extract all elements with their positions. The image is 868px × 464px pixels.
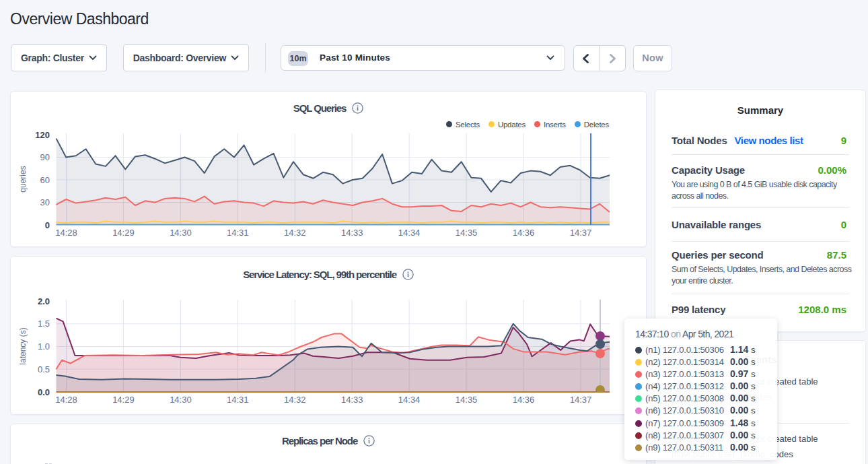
svg-text:14:35: 14:35: [456, 395, 478, 405]
svg-text:14:29: 14:29: [112, 395, 135, 405]
svg-text:14:29: 14:29: [112, 228, 135, 238]
svg-text:0.5: 0.5: [38, 364, 50, 374]
svg-text:14:30: 14:30: [170, 395, 192, 405]
svg-text:14:31: 14:31: [227, 395, 249, 405]
svg-text:120: 120: [35, 130, 50, 140]
svg-text:14:37: 14:37: [570, 395, 592, 405]
svg-text:14:32: 14:32: [284, 228, 306, 238]
svg-text:1.0: 1.0: [38, 341, 50, 352]
svg-text:14:32: 14:32: [284, 395, 306, 405]
svg-text:latency (s): latency (s): [18, 327, 28, 364]
svg-text:14:28: 14:28: [55, 395, 77, 405]
svg-text:14:28: 14:28: [55, 228, 77, 238]
svg-text:14:36: 14:36: [513, 395, 535, 405]
svg-text:14:37: 14:37: [570, 228, 592, 238]
svg-text:14:33: 14:33: [341, 228, 363, 238]
svg-text:14:33: 14:33: [341, 395, 363, 405]
svg-text:0.0: 0.0: [38, 387, 50, 397]
svg-text:60: 60: [40, 175, 50, 185]
svg-text:1.5: 1.5: [38, 319, 50, 329]
svg-text:2.0: 2.0: [38, 296, 50, 306]
svg-text:14:34: 14:34: [398, 395, 421, 405]
svg-text:90: 90: [40, 152, 50, 162]
svg-text:14:31: 14:31: [227, 228, 249, 238]
svg-text:14:36: 14:36: [513, 228, 535, 238]
svg-text:30: 30: [40, 197, 50, 207]
svg-text:14:30: 14:30: [170, 228, 192, 238]
svg-text:0: 0: [45, 220, 50, 230]
svg-text:14:35: 14:35: [456, 228, 478, 238]
svg-text:queries: queries: [18, 166, 28, 192]
svg-text:14:34: 14:34: [398, 228, 421, 238]
